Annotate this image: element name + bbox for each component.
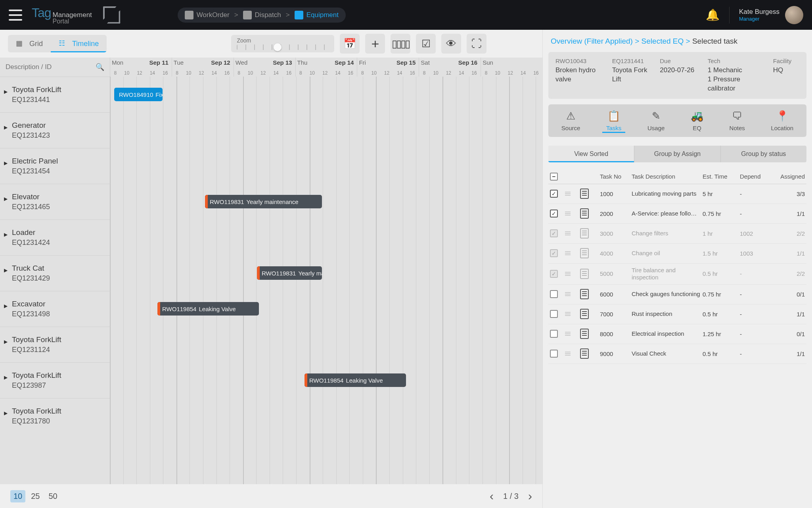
task-checkbox[interactable] xyxy=(550,290,558,298)
document-icon[interactable] xyxy=(580,248,589,258)
avatar[interactable] xyxy=(785,6,803,24)
document-icon[interactable] xyxy=(580,309,589,319)
expand-icon[interactable]: ▶ xyxy=(4,375,8,380)
drag-handle-icon[interactable] xyxy=(565,212,571,216)
task-row[interactable]: 2000A-Service: please follo…0.75 hr-1/1 xyxy=(548,204,806,224)
task-row[interactable]: 5000Tire balance and inspection0.5 hr-2/… xyxy=(548,264,806,285)
info-card: RWO10043Broken hydro valve EQ1231441Toyo… xyxy=(548,52,806,99)
task-row[interactable]: 4000Change oil1.5 hr10031/1 xyxy=(548,244,806,264)
gear-eye-icon[interactable]: 👁 xyxy=(441,34,461,54)
breadcrumb-item[interactable]: WorkOrder xyxy=(185,11,230,19)
user-menu[interactable]: Kate Burgess Manager xyxy=(739,6,803,24)
timeline-view-button[interactable]: ☷ Timeline xyxy=(51,35,107,52)
document-icon[interactable] xyxy=(580,189,589,199)
timeline-bar[interactable]: RWO119831Yearly ma xyxy=(257,266,322,280)
breadcrumb-item[interactable]: Dispatch xyxy=(243,11,281,19)
equipment-row[interactable]: ▶Toyota ForkLiftEQ1231780 xyxy=(0,398,110,434)
task-checkbox[interactable] xyxy=(550,330,558,338)
document-icon[interactable] xyxy=(580,289,589,299)
task-checkbox[interactable] xyxy=(550,270,558,278)
equipment-row[interactable]: ▶Electric PanelEQ1231454 xyxy=(0,148,110,184)
breadcrumb-item[interactable]: Equipment xyxy=(295,11,339,19)
drag-handle-icon[interactable] xyxy=(565,352,571,356)
document-icon[interactable] xyxy=(580,208,589,219)
equipment-row[interactable]: ▶LoaderEQ1231424 xyxy=(0,219,110,255)
drag-handle-icon[interactable] xyxy=(565,292,571,296)
detail-tab-eq[interactable]: 🚜EQ xyxy=(687,108,707,133)
task-checkbox[interactable] xyxy=(550,249,558,257)
page-size-option[interactable]: 25 xyxy=(28,490,43,502)
search-input[interactable] xyxy=(6,63,96,71)
expand-icon[interactable]: ▶ xyxy=(4,410,8,416)
equipment-row[interactable]: ▶ElevatorEQ1231465 xyxy=(0,184,110,219)
task-row[interactable]: 9000Visual Check0.5 hr-1/1 xyxy=(548,344,806,364)
detail-tab-source[interactable]: ⚠Source xyxy=(557,108,584,133)
checklist-icon[interactable]: ☑ xyxy=(416,34,436,54)
add-button[interactable]: + xyxy=(365,34,385,54)
timeline-bar[interactable]: RWO184910Fixi… xyxy=(114,88,163,101)
expand-icon[interactable]: ▶ xyxy=(4,125,8,130)
task-row[interactable]: 1000Lubricating moving parts5 hr-3/3 xyxy=(548,184,806,204)
detail-tab-tasks[interactable]: 📋Tasks xyxy=(602,108,625,133)
timeline-bar[interactable]: RWO119831Yearly maintenance xyxy=(205,195,322,208)
group-button[interactable]: Group by status xyxy=(720,146,806,162)
expand-icon[interactable]: ▶ xyxy=(4,303,8,309)
prev-page-button[interactable]: ‹ xyxy=(490,490,494,502)
timeline-icon: ☷ xyxy=(59,39,68,48)
expand-icon[interactable]: ▶ xyxy=(4,339,8,344)
equipment-row[interactable]: ▶Toyota ForkLiftEQ1231441 xyxy=(0,77,110,112)
detail-crumb-item[interactable]: Selected EQ xyxy=(642,37,684,45)
barcode-icon[interactable]: ▯▯▯▯ xyxy=(391,34,410,54)
drag-handle-icon[interactable] xyxy=(565,231,571,235)
expand-icon[interactable]: ▶ xyxy=(4,89,8,94)
grid-view-button[interactable]: ▦ Grid xyxy=(8,35,51,52)
detail-crumb-item[interactable]: Overview (Filter Applied) xyxy=(551,37,633,45)
task-row[interactable]: 8000Electrical inspection1.25 hr-0/1 xyxy=(548,324,806,344)
fullscreen-icon[interactable]: ⛶ xyxy=(467,34,486,54)
task-row[interactable]: 6000Check gauges functioning0.75 hr-0/1 xyxy=(548,285,806,304)
task-row[interactable]: 7000Rust inspection0.5 hr-1/1 xyxy=(548,304,806,324)
group-button[interactable]: Group by Assign xyxy=(634,146,720,162)
drag-handle-icon[interactable] xyxy=(565,312,571,316)
document-icon[interactable] xyxy=(580,269,589,279)
document-icon[interactable] xyxy=(580,329,589,339)
task-checkbox[interactable] xyxy=(550,350,558,358)
timeline-bar[interactable]: RWO119854Leaking Valve xyxy=(304,373,406,387)
task-checkbox[interactable] xyxy=(550,210,558,217)
drag-handle-icon[interactable] xyxy=(565,192,571,196)
equipment-row[interactable]: ▶Truck CatEQ1231429 xyxy=(0,255,110,291)
task-checkbox[interactable] xyxy=(550,190,558,198)
zoom-slider[interactable]: Zoom xyxy=(231,35,334,52)
detail-tab-usage[interactable]: ✎Usage xyxy=(643,108,668,133)
search-icon[interactable]: 🔍 xyxy=(96,63,104,71)
expand-icon[interactable]: ▶ xyxy=(4,196,8,202)
drag-handle-icon[interactable] xyxy=(565,272,571,276)
expand-icon[interactable]: ▶ xyxy=(4,160,8,166)
detail-crumb-item[interactable]: Selected task xyxy=(692,37,737,45)
task-checkbox[interactable] xyxy=(550,310,558,318)
select-all-checkbox[interactable] xyxy=(550,173,558,181)
page-size-option[interactable]: 10 xyxy=(10,490,25,502)
equipment-row[interactable]: ▶Toyota ForkLiftEQ1231124 xyxy=(0,327,110,362)
page-size-option[interactable]: 50 xyxy=(46,490,61,502)
expand-icon[interactable]: ▶ xyxy=(4,267,8,273)
timeline-bar[interactable]: RWO119854Leaking Valve xyxy=(157,302,259,316)
equipment-row[interactable]: ▶GeneratorEQ1231423 xyxy=(0,112,110,148)
calendar-icon[interactable]: 📅 xyxy=(340,34,360,54)
equipment-row[interactable]: ▶Toyota ForkLiftEQ123987 xyxy=(0,362,110,398)
next-page-button[interactable]: › xyxy=(528,490,532,502)
task-row[interactable]: 3000Change filters1 hr10022/2 xyxy=(548,224,806,244)
document-icon[interactable] xyxy=(580,228,589,239)
menu-icon[interactable] xyxy=(9,10,22,21)
timeline-chart[interactable]: MonSep 11810121416TueSep 12810121416WedS… xyxy=(110,58,542,484)
group-button[interactable]: View Sorted xyxy=(548,146,634,162)
detail-tab-notes[interactable]: 🗨Notes xyxy=(726,108,749,133)
bell-icon[interactable]: 🔔 xyxy=(706,8,720,21)
expand-icon[interactable]: ▶ xyxy=(4,232,8,237)
task-checkbox[interactable] xyxy=(550,229,558,237)
detail-tab-location[interactable]: 📍Location xyxy=(767,108,797,133)
drag-handle-icon[interactable] xyxy=(565,251,571,255)
document-icon[interactable] xyxy=(580,348,589,359)
equipment-row[interactable]: ▶ExcavatorEQ1231498 xyxy=(0,291,110,327)
drag-handle-icon[interactable] xyxy=(565,332,571,336)
